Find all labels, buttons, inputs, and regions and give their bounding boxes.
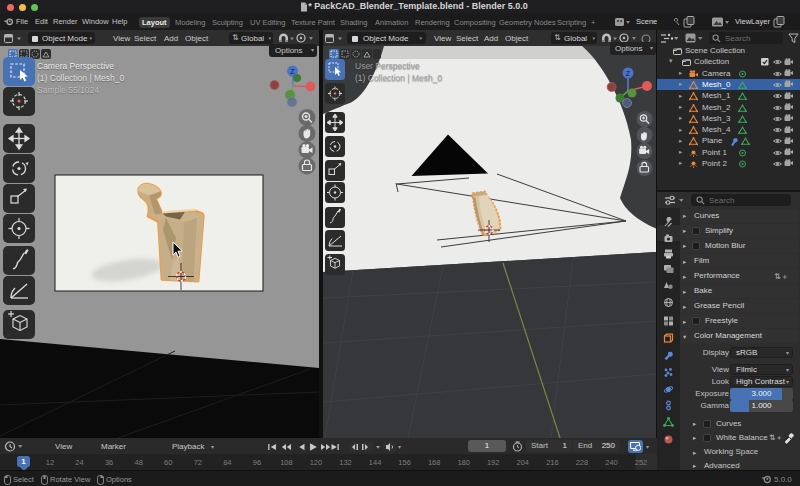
svg-text:Z: Z: [626, 70, 631, 77]
svg-text:Z: Z: [290, 68, 295, 75]
